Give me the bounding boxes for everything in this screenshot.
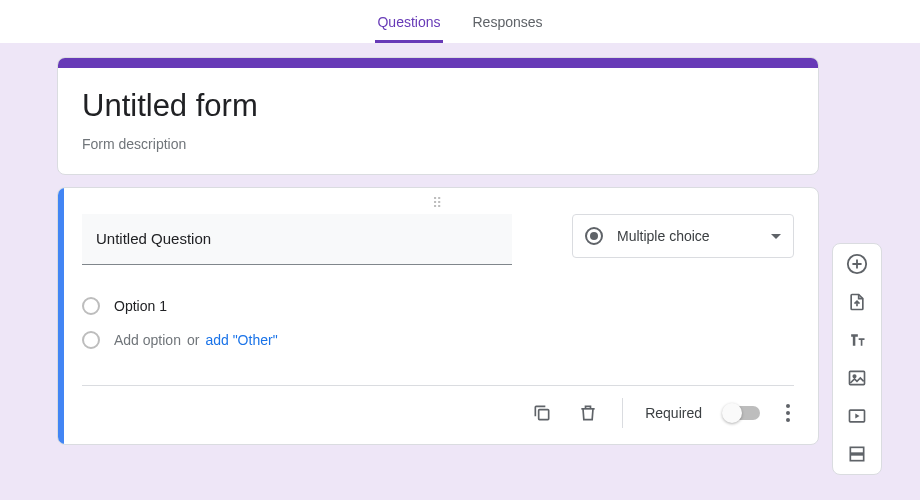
radio-filled-icon [585,227,603,245]
form-description[interactable]: Form description [82,136,794,152]
tab-questions[interactable]: Questions [375,6,442,43]
form-canvas: Untitled form Form description ⠿ Multipl… [0,43,920,500]
add-title-icon[interactable] [845,328,869,352]
svg-rect-5 [850,447,863,453]
chevron-down-icon [771,234,781,239]
vertical-divider [622,398,623,428]
svg-rect-6 [850,455,863,461]
side-toolbar [832,243,882,475]
or-text: or [187,332,199,348]
required-label: Required [645,405,702,421]
add-image-icon[interactable] [845,366,869,390]
more-options-icon[interactable] [782,400,794,426]
svg-rect-0 [539,410,549,420]
drag-handle-icon[interactable]: ⠿ [82,194,794,214]
add-option-text[interactable]: Add option [114,332,181,348]
add-option-row: Add option or add "Other" [82,323,794,357]
option-row[interactable]: Option 1 [82,289,794,323]
form-title[interactable]: Untitled form [82,88,794,124]
option-label[interactable]: Option 1 [114,298,167,314]
header-accent-bar [58,58,818,68]
question-title-field[interactable] [82,214,512,265]
question-footer: Required [82,386,794,436]
add-video-icon[interactable] [845,404,869,428]
active-card-indicator [58,188,64,444]
options-list: Option 1 Add option or add "Other" [82,289,794,357]
question-type-label: Multiple choice [617,228,757,244]
question-card: ⠿ Multiple choice Option 1 [57,187,819,445]
question-type-select[interactable]: Multiple choice [572,214,794,258]
svg-point-3 [853,375,856,378]
add-section-icon[interactable] [845,442,869,466]
radio-empty-icon [82,331,100,349]
radio-empty-icon [82,297,100,315]
form-header-card: Untitled form Form description [57,57,819,175]
delete-icon[interactable] [576,401,600,425]
import-questions-icon[interactable] [845,290,869,314]
add-other-link[interactable]: add "Other" [205,332,277,348]
tab-responses[interactable]: Responses [471,6,545,43]
add-question-icon[interactable] [845,252,869,276]
duplicate-icon[interactable] [530,401,554,425]
question-title-input[interactable] [96,230,498,247]
required-toggle[interactable] [724,406,760,420]
form-tabs: Questions Responses [0,0,920,43]
